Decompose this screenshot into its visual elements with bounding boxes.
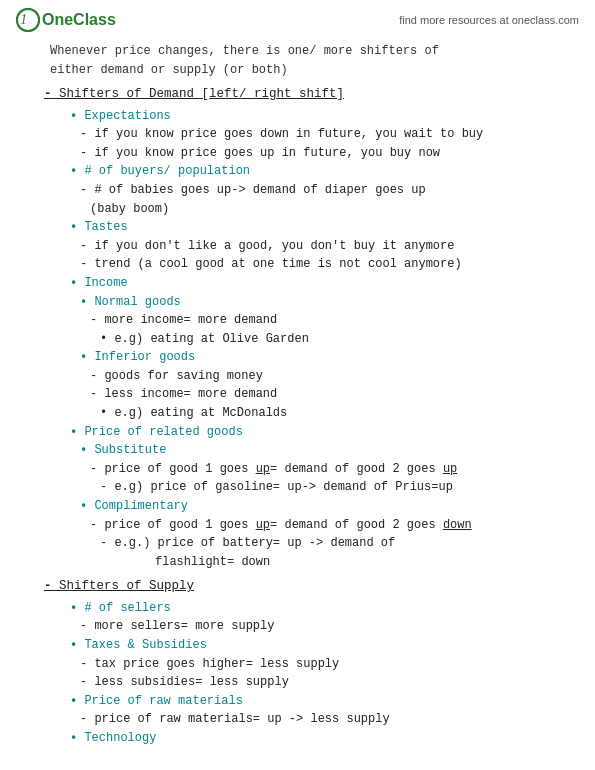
income-text: Income xyxy=(84,276,127,290)
complimentary-label: • Complimentary xyxy=(80,497,565,516)
inferior-goods-text: Inferior goods xyxy=(94,350,195,364)
supply-title: Shifters of Supply xyxy=(59,579,194,593)
inferior-sub2: less income= more demand xyxy=(90,385,565,404)
tastes-sub2: trend (a cool good at one time is not co… xyxy=(80,255,565,274)
demand-section-header: - Shifters of Demand [left/ right shift] xyxy=(44,85,565,104)
buyers-label: • # of buyers/ population xyxy=(70,162,565,181)
comp-sub1: price of good 1 goes up= demand of good … xyxy=(90,516,565,535)
normal-goods-label: • Normal goods xyxy=(80,293,565,312)
technology-label: • Technology xyxy=(70,729,565,748)
header-link: find more resources at oneclass.com xyxy=(399,14,579,26)
buyers-text: # of buyers/ population xyxy=(84,164,250,178)
sellers-text: # of sellers xyxy=(84,601,170,615)
footer: 1 OneClass find more resources at onecla… xyxy=(0,764,595,770)
demand-title: Shifters of Demand xyxy=(59,87,194,101)
technology-text: Technology xyxy=(84,731,156,745)
inferior-goods-label: • Inferior goods xyxy=(80,348,565,367)
comp-sub3: flashlight= down xyxy=(100,553,565,572)
buyers-sub1: # of babies goes up-> demand of diaper g… xyxy=(80,181,565,200)
substitute-label: • Substitute xyxy=(80,441,565,460)
tastes-text: Tastes xyxy=(84,220,127,234)
header: 1 OneClass find more resources at onecla… xyxy=(0,0,595,36)
exp-sub1: if you know price goes down in future, y… xyxy=(80,125,565,144)
raw-materials-label: • Price of raw materials xyxy=(70,692,565,711)
substitute-text: Substitute xyxy=(94,443,166,457)
buyers-sub2: (baby boom) xyxy=(90,200,565,219)
inferior-sub1: goods for saving money xyxy=(90,367,565,386)
intro-line2: either demand or supply (or both) xyxy=(50,61,565,80)
normal-sub2: • e.g) eating at Olive Garden xyxy=(100,330,565,349)
related-goods-text: Price of related goods xyxy=(84,425,242,439)
normal-goods-text: Normal goods xyxy=(94,295,180,309)
sub-sub1: price of good 1 goes up= demand of good … xyxy=(90,460,565,479)
logo: 1 OneClass xyxy=(16,8,116,32)
taxes-label: • Taxes & Subsidies xyxy=(70,636,565,655)
complimentary-text: Complimentary xyxy=(94,499,188,513)
main-content: Whenever price changes, there is one/ mo… xyxy=(0,36,595,754)
taxes-sub2: less subsidies= less supply xyxy=(80,673,565,692)
sub-sub2: e.g) price of gasoline= up-> demand of P… xyxy=(100,478,565,497)
demand-title-suffix: [left/ right shift] xyxy=(194,87,344,101)
tastes-sub1: if you don't like a good, you don't buy … xyxy=(80,237,565,256)
tastes-label: • Tastes xyxy=(70,218,565,237)
expectations-text: Expectations xyxy=(84,109,170,123)
intro-line1: Whenever price changes, there is one/ mo… xyxy=(50,42,565,61)
raw-sub1: price of raw materials= up -> less suppl… xyxy=(80,710,565,729)
supply-section-header: - Shifters of Supply xyxy=(44,577,565,596)
expectations-label: • Expectations xyxy=(70,107,565,126)
intro-block: Whenever price changes, there is one/ mo… xyxy=(50,42,565,79)
sellers-label: • # of sellers xyxy=(70,599,565,618)
comp-sub2: e.g.) price of battery= up -> demand of xyxy=(100,534,565,553)
exp-sub2: if you know price goes up in future, you… xyxy=(80,144,565,163)
inferior-sub3: • e.g) eating at McDonalds xyxy=(100,404,565,423)
svg-text:1: 1 xyxy=(20,12,27,27)
logo-text: OneClass xyxy=(42,11,116,29)
related-goods-label: • Price of related goods xyxy=(70,423,565,442)
taxes-sub1: tax price goes higher= less supply xyxy=(80,655,565,674)
income-label: • Income xyxy=(70,274,565,293)
logo-icon: 1 xyxy=(16,8,40,32)
normal-sub1: more income= more demand xyxy=(90,311,565,330)
raw-materials-text: Price of raw materials xyxy=(84,694,242,708)
sellers-sub1: more sellers= more supply xyxy=(80,617,565,636)
taxes-text: Taxes & Subsidies xyxy=(84,638,206,652)
